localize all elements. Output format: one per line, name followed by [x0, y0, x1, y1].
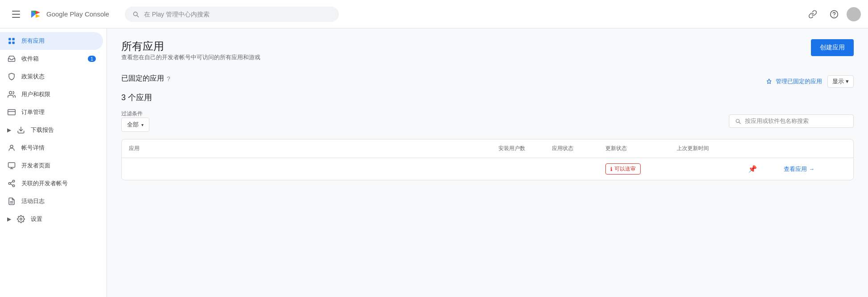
chevron-down-icon: ▾	[846, 78, 849, 85]
layout: 所有应用 收件箱 1 政策状态	[0, 28, 868, 297]
svg-point-12	[12, 180, 15, 183]
settings-icon	[16, 215, 25, 224]
topbar-left: Google Play Console	[7, 5, 114, 23]
sidebar-label-account: 帐号详情	[21, 144, 45, 152]
show-label: 显示	[832, 77, 844, 85]
svg-point-7	[9, 91, 12, 94]
search-icon	[132, 10, 140, 18]
shield-icon	[7, 72, 16, 81]
sidebar-item-activity-log[interactable]: 活动日志	[0, 192, 103, 210]
create-app-button[interactable]: 创建应用	[811, 39, 854, 56]
filter-label: 过滤条件	[121, 110, 149, 118]
sidebar-label-settings: 设置	[31, 215, 42, 223]
table-header-app-status: 应用状态	[552, 145, 605, 152]
credit-card-icon	[7, 108, 16, 117]
svg-point-14	[12, 185, 15, 187]
svg-rect-11	[8, 163, 15, 167]
filter-section: 过滤条件 全部 ▾	[121, 110, 854, 132]
pin-icon	[766, 78, 772, 85]
svg-point-13	[8, 183, 11, 185]
sidebar-item-inbox[interactable]: 收件箱 1	[0, 50, 103, 68]
search-apps-input[interactable]	[745, 118, 848, 124]
table-header-app: 应用	[129, 145, 498, 152]
table-cell-update-status: ℹ 可以送审	[605, 163, 677, 175]
app-count: 3 个应用	[121, 92, 854, 103]
help-icon	[830, 10, 839, 19]
link-accounts-icon	[7, 179, 16, 188]
link-icon-button[interactable]	[804, 5, 822, 23]
sidebar-item-users[interactable]: 用户和权限	[0, 85, 103, 103]
play-console-logo-icon	[29, 7, 43, 21]
sidebar-item-account[interactable]: 帐号详情	[0, 139, 103, 157]
sidebar-item-orders[interactable]: 订单管理	[0, 103, 103, 121]
sidebar-item-policy[interactable]: 政策状态	[0, 68, 103, 85]
inbox-badge: 1	[88, 56, 96, 62]
page-header: 所有应用 查看您在自己的开发者帐号中可访问的所有应用和游戏 创建应用	[121, 39, 854, 72]
help-icon-button[interactable]	[825, 5, 843, 23]
developer-icon	[7, 161, 16, 170]
status-badge-label: 可以送审	[614, 165, 636, 173]
search-input[interactable]	[144, 11, 332, 18]
table-header: 应用 安装用户数 应用状态 更新状态 上次更新时间	[122, 139, 853, 158]
table-cell-actions: 查看应用 →	[784, 165, 846, 173]
sidebar-label-developer-page: 开发者页面	[21, 162, 50, 170]
sidebar-label-linked-accounts: 关联的开发者帐号	[21, 179, 68, 187]
pin-filled-icon: 📌	[748, 165, 757, 173]
page-subtitle: 查看您在自己的开发者帐号中可访问的所有应用和游戏	[121, 53, 260, 61]
sidebar-item-developer-page[interactable]: 开发者页面	[0, 157, 103, 175]
table-header-update-status: 更新状态	[605, 145, 677, 152]
manage-pinned-link[interactable]: 管理已固定的应用	[766, 77, 822, 85]
logo-area: Google Play Console	[29, 7, 109, 21]
sidebar-item-settings[interactable]: ▶ 设置	[0, 210, 107, 228]
table-header-installs: 安装用户数	[498, 145, 552, 152]
svg-point-17	[20, 218, 22, 220]
page-header-left: 所有应用 查看您在自己的开发者帐号中可访问的所有应用和游戏	[121, 39, 260, 72]
sidebar-item-reports[interactable]: ▶ 下载报告	[0, 121, 107, 139]
sidebar-label-users: 用户和权限	[21, 90, 50, 98]
table-row: ℹ 可以送审 📌 查看应用 →	[122, 158, 853, 180]
account-icon	[7, 143, 16, 152]
sidebar: 所有应用 收件箱 1 政策状态	[0, 28, 107, 297]
table-cell-pin: 📌	[748, 165, 784, 173]
pinned-help-icon[interactable]: ?	[167, 75, 170, 82]
filter-select[interactable]: 全部 ▾	[121, 118, 149, 132]
table-header-pin	[748, 145, 784, 152]
hamburger-icon	[12, 11, 20, 18]
sidebar-label-reports: 下载报告	[31, 126, 54, 134]
sidebar-label-orders: 订单管理	[21, 108, 45, 116]
log-icon	[7, 197, 16, 206]
topbar: Google Play Console	[0, 0, 868, 28]
users-icon	[7, 90, 16, 99]
sidebar-label-inbox: 收件箱	[21, 55, 39, 63]
show-dropdown[interactable]: 显示 ▾	[827, 75, 854, 88]
svg-point-2	[834, 16, 835, 16]
arrow-right-icon: →	[809, 166, 815, 172]
table-header-last-updated: 上次更新时间	[677, 145, 748, 152]
search-bar	[125, 7, 339, 22]
svg-rect-5	[8, 42, 11, 44]
filter-wrapper: 过滤条件 全部 ▾	[121, 110, 149, 132]
table-header-actions	[784, 145, 846, 152]
filter-value: 全部	[127, 121, 139, 129]
menu-icon[interactable]	[7, 5, 25, 23]
status-badge: ℹ 可以送审	[605, 163, 641, 175]
view-app-label: 查看应用	[784, 165, 807, 173]
sidebar-item-linked-accounts[interactable]: 关联的开发者帐号	[0, 175, 103, 192]
grid-icon	[7, 37, 16, 45]
manage-pinned-label: 管理已固定的应用	[776, 77, 822, 85]
inbox-icon	[7, 54, 16, 63]
sidebar-label-activity-log: 活动日志	[21, 197, 45, 205]
sidebar-item-all-apps[interactable]: 所有应用	[0, 32, 103, 50]
svg-point-10	[10, 145, 13, 148]
link-icon	[808, 10, 817, 19]
avatar[interactable]	[847, 7, 861, 21]
svg-rect-4	[12, 38, 15, 40]
sidebar-label-all-apps: 所有应用	[21, 37, 45, 45]
filter-arrow-icon: ▾	[141, 122, 144, 127]
pinned-section-title: 已固定的应用 ?	[121, 74, 170, 83]
topbar-right	[804, 5, 861, 23]
pinned-section-header: 已固定的应用 ? 管理已固定的应用 显示 ▾	[121, 74, 854, 89]
view-app-link[interactable]: 查看应用 →	[784, 165, 846, 173]
search-apps-icon	[735, 118, 741, 125]
page-title: 所有应用	[121, 39, 260, 53]
